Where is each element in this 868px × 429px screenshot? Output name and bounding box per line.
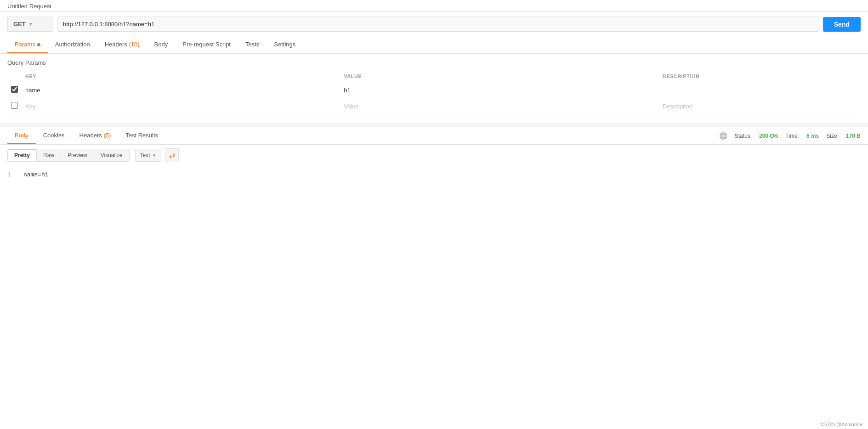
param-description-cell: [659, 82, 861, 98]
table-row: name h1: [7, 82, 861, 98]
request-tabs: Params Authorization Headers (10) Body P…: [0, 36, 868, 54]
wrap-icon: ⇄: [169, 151, 175, 160]
tab-pre-request-script[interactable]: Pre-request Script: [175, 36, 238, 53]
status-label: Status:: [735, 133, 752, 139]
col-header-checkbox: [7, 71, 22, 82]
page-title: Untitled Request: [7, 3, 51, 12]
method-label: GET: [13, 21, 26, 28]
placeholder-value-cell: Value: [340, 98, 658, 114]
tab-headers[interactable]: Headers (10): [97, 36, 147, 53]
tab-tests[interactable]: Tests: [238, 36, 267, 53]
placeholder-desc-cell: Description: [659, 98, 861, 114]
param-checkbox[interactable]: [11, 86, 18, 93]
col-header-value: VALUE: [340, 71, 658, 82]
format-btn-visualize[interactable]: Visualize: [94, 149, 129, 161]
response-tabs: Body Cookies Headers (5) Test Results: [7, 127, 165, 144]
placeholder-checkbox[interactable]: [11, 102, 18, 109]
line-number-1: 1: [7, 172, 11, 178]
tab-params[interactable]: Params: [7, 36, 48, 53]
response-meta: Status: 200 OK Time: 6 ms Size: 170 B: [719, 132, 861, 140]
response-tab-body[interactable]: Body: [7, 127, 36, 144]
param-value-cell: h1: [340, 82, 658, 98]
tab-authorization[interactable]: Authorization: [48, 36, 97, 53]
placeholder-value: Value: [344, 103, 358, 110]
placeholder-description: Description: [663, 103, 692, 110]
format-btn-raw[interactable]: Raw: [37, 149, 61, 161]
text-type-label: Text: [140, 152, 150, 158]
method-dropdown[interactable]: GET ▼: [7, 17, 53, 32]
col-header-key: KEY: [22, 71, 340, 82]
params-table: KEY VALUE DESCRIPTION name h1: [7, 71, 861, 114]
text-dropdown-arrow-icon: ▼: [152, 153, 157, 158]
placeholder-checkbox-cell: [7, 98, 22, 114]
response-tab-cookies[interactable]: Cookies: [36, 127, 72, 144]
param-key: name: [25, 87, 40, 94]
size-label: Size:: [826, 133, 839, 139]
format-btn-pretty[interactable]: Pretty: [8, 149, 37, 161]
params-dot: [37, 43, 40, 46]
text-type-dropdown[interactable]: Text ▼: [135, 149, 162, 162]
param-value: h1: [344, 87, 350, 94]
tab-settings[interactable]: Settings: [267, 36, 303, 53]
format-btn-preview[interactable]: Preview: [61, 149, 94, 161]
title-bar: Untitled Request: [0, 0, 868, 12]
param-checkbox-cell: [7, 82, 22, 98]
placeholder-key-cell: Key: [22, 98, 340, 114]
url-bar: GET ▼ Send: [0, 12, 868, 36]
footer-text: CSDN @Achlorine: [821, 422, 862, 427]
url-input[interactable]: [57, 17, 819, 32]
time-label: Time:: [785, 133, 799, 139]
dropdown-arrow-icon: ▼: [28, 22, 33, 27]
placeholder-key: Key: [25, 103, 35, 110]
query-params-section: Query Params KEY VALUE DESCRIPTION name …: [0, 54, 868, 114]
response-format-bar: Pretty Raw Preview Visualize Text ▼ ⇄: [0, 145, 868, 166]
response-tab-test-results[interactable]: Test Results: [118, 127, 165, 144]
time-value: 6 ms: [806, 133, 819, 139]
param-key-cell: name: [22, 82, 340, 98]
send-button[interactable]: Send: [823, 17, 861, 32]
response-content: 1 name=h1: [0, 166, 868, 184]
tab-body[interactable]: Body: [147, 36, 176, 53]
response-section: Body Cookies Headers (5) Test Results St…: [0, 127, 868, 184]
query-params-title: Query Params: [7, 59, 861, 66]
status-value: 200 OK: [759, 133, 778, 139]
format-group: Pretty Raw Preview Visualize: [7, 149, 130, 162]
wrap-button[interactable]: ⇄: [165, 148, 179, 162]
col-header-description: DESCRIPTION: [659, 71, 861, 82]
response-tabs-bar: Body Cookies Headers (5) Test Results St…: [0, 127, 868, 145]
table-placeholder-row: Key Value Description: [7, 98, 861, 114]
line-content-1: name=h1: [23, 171, 49, 178]
response-tab-headers[interactable]: Headers (5): [72, 127, 119, 144]
footer: CSDN @Achlorine: [815, 420, 868, 429]
section-divider: [0, 124, 868, 127]
globe-icon: [719, 132, 727, 140]
size-value: 170 B: [846, 133, 861, 139]
